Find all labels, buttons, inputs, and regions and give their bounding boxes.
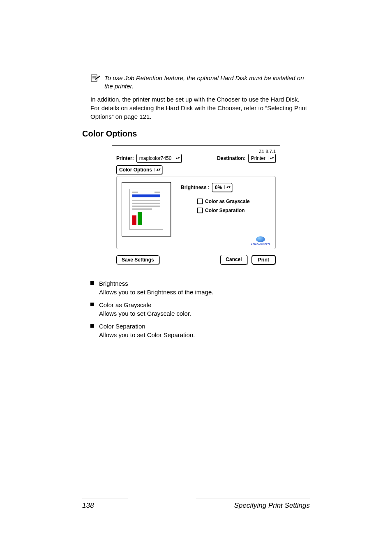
note-icon [90, 74, 101, 84]
grayscale-label: Color as Grayscale [205, 199, 250, 204]
preview-thumbnail [122, 182, 171, 236]
logo-text: KONICA MINOLTA [251, 243, 270, 245]
printer-select-value: magicolor7450 [139, 155, 172, 161]
svg-rect-0 [91, 75, 97, 81]
chevron-updown-icon: ▴▾ [224, 185, 231, 189]
bullet-title: Color Separation [99, 323, 145, 330]
destination-select[interactable]: Printer ▴▾ [248, 154, 276, 163]
section-title: Specifying Print Settings [234, 502, 310, 510]
panel-select-value: Color Options [119, 167, 152, 173]
note-block: To use Job Retention feature, the option… [90, 74, 310, 91]
destination-select-value: Printer [251, 155, 265, 161]
list-item: Color as Grayscale Allows you to set Gra… [90, 301, 310, 318]
vendor-logo: KONICA MINOLTA [251, 236, 270, 245]
cancel-button[interactable]: Cancel [220, 255, 247, 265]
brightness-select[interactable]: 0% ▴▾ [212, 183, 232, 192]
list-item: Color Separation Allows you to set Color… [90, 322, 310, 339]
dialog-version: Z1-8.7.1 [116, 149, 276, 154]
options-fieldset: Brightness : 0% ▴▾ Color as Grayscale [116, 176, 276, 249]
printer-select[interactable]: magicolor7450 ▴▾ [136, 154, 182, 163]
body-paragraph: In addition, the printer must be set up … [90, 95, 310, 121]
bullet-desc: Allows you to set Brightness of the imag… [99, 289, 213, 296]
panel-select[interactable]: Color Options ▴▾ [116, 165, 162, 174]
brightness-value: 0% [215, 185, 222, 190]
printer-label: Printer: [116, 155, 134, 161]
page-footer: 138 Specifying Print Settings [82, 499, 310, 510]
bullet-title: Brightness [99, 280, 128, 287]
bullet-desc: Allows you to set Grayscale color. [99, 310, 191, 317]
section-heading: Color Options [82, 129, 310, 139]
note-text: To use Job Retention feature, the option… [104, 74, 310, 91]
print-dialog: Z1-8.7.1 Printer: magicolor7450 ▴▾ Desti… [112, 145, 280, 269]
logo-oval-icon [256, 236, 265, 242]
save-settings-button[interactable]: Save Settings [116, 255, 159, 264]
list-item: Brightness Allows you to set Brightness … [90, 279, 310, 296]
separation-label: Color Separation [205, 208, 245, 213]
square-bullet-icon [90, 303, 94, 306]
square-bullet-icon [90, 281, 94, 285]
bullet-desc: Allows you to set Color Separation. [99, 331, 195, 338]
separation-checkbox[interactable] [197, 208, 203, 213]
page-number: 138 [82, 502, 94, 510]
bullet-list: Brightness Allows you to set Brightness … [90, 279, 310, 339]
grayscale-checkbox[interactable] [197, 199, 203, 204]
square-bullet-icon [90, 324, 94, 328]
brightness-label: Brightness : [181, 185, 210, 190]
chevron-updown-icon: ▴▾ [174, 156, 180, 160]
print-button[interactable]: Print [251, 255, 276, 265]
chevron-updown-icon: ▴▾ [154, 168, 161, 171]
bullet-title: Color as Grayscale [99, 301, 152, 308]
destination-label: Destination: [217, 155, 245, 161]
chevron-updown-icon: ▴▾ [268, 156, 274, 160]
